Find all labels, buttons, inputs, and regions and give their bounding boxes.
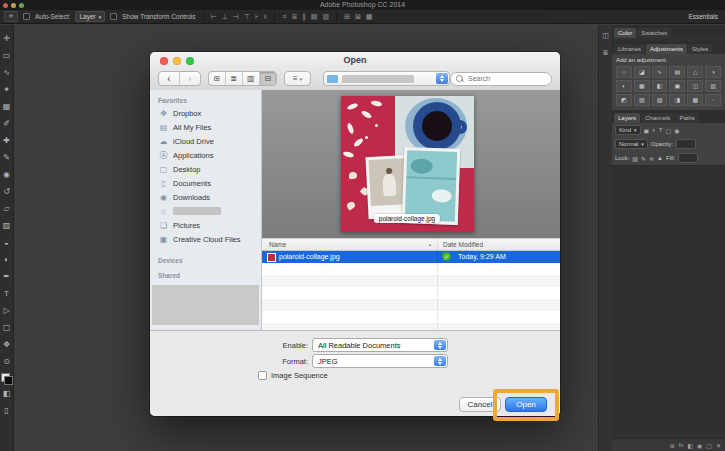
distribute-icon[interactable]: ▥ — [322, 13, 329, 21]
hand-tool[interactable]: ✥ — [0, 336, 14, 353]
lock-pixels-icon[interactable]: ✎ — [641, 155, 646, 162]
tab-channels[interactable]: Channels — [641, 113, 674, 123]
link-layers-icon[interactable]: ⊞ — [670, 442, 675, 449]
zoom-tool[interactable]: ⊙ — [0, 353, 14, 370]
adjustment-icon[interactable]: ▥ — [705, 80, 721, 92]
tab-paths[interactable]: Paths — [675, 113, 698, 123]
adjustment-icon[interactable]: ▦ — [634, 80, 650, 92]
adjustment-icon[interactable]: ▩ — [687, 94, 703, 106]
fill-field[interactable] — [678, 153, 698, 163]
tab-libraries[interactable]: Libraries — [614, 44, 645, 54]
pen-tool[interactable]: ✒ — [0, 268, 14, 285]
blend-mode-dropdown[interactable]: Normal ▾ — [615, 139, 648, 149]
sidebar-item-downloads[interactable]: ◉ Downloads — [150, 190, 261, 204]
eraser-tool[interactable]: ▱ — [0, 200, 14, 217]
align-icon[interactable]: ⊣ — [233, 13, 239, 21]
filter-pixel-icon[interactable]: ▣ — [644, 127, 650, 134]
distribute-icon[interactable]: ▤ — [311, 13, 318, 21]
adjustment-icon[interactable]: ▣ — [669, 80, 685, 92]
coverflow-view-button[interactable]: ⊟ — [259, 72, 276, 85]
auto-select-checkbox[interactable] — [23, 13, 30, 20]
layer-mask-icon[interactable]: ◧ — [687, 442, 693, 449]
location-popup[interactable] — [323, 71, 450, 86]
arrange-dropdown[interactable]: ≡ ▾ — [284, 71, 311, 86]
sidebar-item-pictures[interactable]: ❏ Pictures — [150, 218, 261, 232]
align-icon[interactable]: ⊤ — [244, 13, 250, 21]
filter-adjustment-icon[interactable]: ◐ — [652, 127, 656, 133]
quick-mask-icon[interactable]: ◧ — [0, 385, 14, 402]
tab-color[interactable]: Color — [614, 28, 636, 38]
adjustment-icon[interactable]: ◑ — [705, 66, 721, 78]
file-row-selected[interactable]: polaroid-collage.jpg ✓ Today, 9:29 AM — [262, 251, 560, 263]
tab-layers[interactable]: Layers — [614, 113, 640, 123]
adjustment-icon[interactable]: ◦ — [705, 94, 721, 106]
adjustment-icon[interactable]: △ — [687, 66, 703, 78]
foreground-background-swatches[interactable] — [1, 373, 13, 385]
new-layer-icon[interactable]: ▢ — [706, 442, 712, 449]
opacity-field[interactable] — [676, 139, 696, 149]
lasso-tool[interactable]: ∿ — [0, 64, 14, 81]
align-icon[interactable]: ⊥ — [222, 13, 228, 21]
distribute-icon[interactable]: ≡ — [282, 13, 286, 20]
adjustment-icon[interactable]: ▤ — [669, 66, 685, 78]
options-icon[interactable]: ⊞ — [344, 13, 350, 21]
collapsed-panel-icon[interactable]: ◫ — [602, 32, 609, 40]
filter-smart-icon[interactable]: ◉ — [674, 127, 679, 134]
enable-popup[interactable]: All Readable Documents — [312, 338, 448, 352]
sidebar-item-home[interactable]: ⌂ — [150, 204, 261, 218]
delete-layer-icon[interactable]: ✕ — [716, 442, 721, 449]
sidebar-item-icloud-drive[interactable]: ☁ iCloud Drive — [150, 134, 261, 148]
shape-tool[interactable]: ▢ — [0, 319, 14, 336]
list-view-button[interactable]: ≣ — [225, 72, 242, 85]
align-icon[interactable]: ⊢ — [211, 13, 217, 21]
forward-button[interactable]: › — [179, 72, 200, 85]
gradient-tool[interactable]: ▨ — [0, 217, 14, 234]
adjustment-layer-icon[interactable]: ◉ — [697, 442, 702, 449]
search-field[interactable] — [450, 72, 552, 86]
options-icon[interactable]: ⊠ — [355, 13, 361, 21]
format-popup[interactable]: JPEG — [312, 354, 448, 368]
tab-adjustments[interactable]: Adjustments — [646, 44, 687, 54]
quick-selection-tool[interactable]: ✦ — [0, 81, 14, 98]
background-color-swatch[interactable] — [4, 376, 13, 385]
screen-mode-icon[interactable]: ▯ — [0, 402, 14, 419]
back-button[interactable]: ‹ — [159, 72, 179, 85]
align-icon[interactable]: ⊦ — [255, 13, 259, 21]
options-icon[interactable]: ▦ — [366, 13, 373, 21]
lock-transparency-icon[interactable]: ▨ — [632, 155, 638, 162]
distribute-icon[interactable]: ∥ — [302, 13, 306, 21]
tab-styles[interactable]: Styles — [688, 44, 712, 54]
sidebar-item-all-my-files[interactable]: ▤ All My Files — [150, 120, 261, 134]
icon-view-button[interactable]: ⊞ — [209, 72, 225, 85]
lock-all-icon[interactable]: ▲ — [657, 155, 663, 161]
column-header-date-modified[interactable]: Date Modified — [443, 241, 483, 248]
type-tool[interactable]: T — [0, 285, 14, 302]
tool-preset-icon[interactable]: ✛ — [4, 11, 18, 22]
sidebar-item-creative-cloud-files[interactable]: ▣ Creative Cloud Files — [150, 232, 261, 246]
auto-select-target-dropdown[interactable]: Layer ▾ — [75, 11, 105, 22]
filter-type-icon[interactable]: T — [659, 127, 663, 133]
blur-tool[interactable]: ◒ — [0, 234, 14, 251]
adjustment-icon[interactable]: ☼ — [616, 66, 632, 78]
column-divider[interactable] — [437, 238, 438, 330]
tab-swatches[interactable]: Swatches — [637, 28, 671, 38]
path-selection-tool[interactable]: ▷ — [0, 302, 14, 319]
move-tool[interactable]: ✛ — [0, 30, 14, 47]
lock-position-icon[interactable]: ✛ — [649, 155, 654, 162]
layer-filter-dropdown[interactable]: Kind ▾ — [615, 125, 641, 135]
image-sequence-checkbox[interactable] — [258, 371, 267, 380]
collapsed-panel-icon[interactable]: ≣ — [603, 49, 609, 57]
adjustment-icon[interactable]: ∿ — [652, 66, 668, 78]
adjustment-icon[interactable]: ◧ — [652, 80, 668, 92]
dodge-tool[interactable]: ◐ — [0, 251, 14, 268]
align-icon[interactable]: ⊧ — [264, 13, 268, 21]
adjustment-icon[interactable]: ◫ — [687, 80, 703, 92]
adjustment-icon[interactable]: ▨ — [652, 94, 668, 106]
adjustment-icon[interactable]: ◩ — [616, 94, 632, 106]
sidebar-item-desktop[interactable]: ▢ Desktop — [150, 162, 261, 176]
column-header-name[interactable]: Name — [269, 241, 286, 248]
history-brush-tool[interactable]: ↺ — [0, 183, 14, 200]
eyedropper-tool[interactable]: ✐ — [0, 115, 14, 132]
crop-tool[interactable]: ▦ — [0, 98, 14, 115]
brush-tool[interactable]: ✎ — [0, 149, 14, 166]
